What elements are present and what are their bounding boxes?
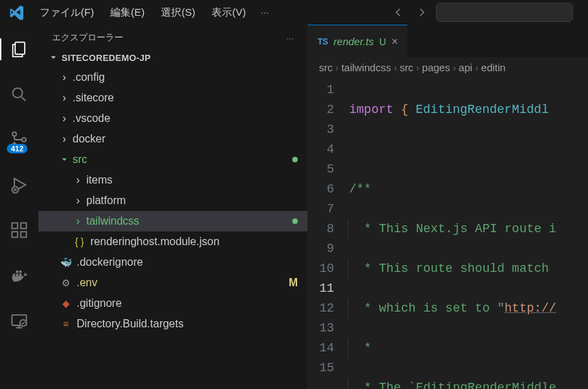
folder-docker[interactable]: ›docker — [38, 129, 307, 149]
close-icon[interactable]: × — [392, 36, 398, 48]
menu-view[interactable]: 表示(V) — [205, 3, 253, 22]
chevron-right-icon: › — [59, 134, 70, 145]
svg-rect-10 — [13, 274, 16, 277]
chevron-right-icon: › — [59, 92, 70, 103]
chevron-down-icon — [59, 154, 70, 165]
folder-platform[interactable]: ›platform — [38, 190, 307, 211]
svg-point-4 — [22, 138, 26, 142]
vscode-logo-icon — [7, 3, 26, 22]
menu-file[interactable]: ファイル(F) — [33, 3, 101, 22]
xml-file-icon: ≡ — [59, 317, 73, 331]
svg-rect-7 — [12, 231, 18, 237]
file-tree: ›.config ›.sitecore ›.vscode ›docker src… — [38, 66, 307, 336]
menu-edit[interactable]: 編集(E) — [103, 3, 151, 22]
svg-rect-11 — [16, 274, 18, 277]
workspace-name: SITECOREDEMO-JP — [62, 53, 151, 63]
code-content: import { EditingRenderMiddl /** * This N… — [346, 77, 588, 389]
nav-forward-icon[interactable] — [413, 3, 431, 21]
title-bar: ファイル(F) 編集(E) 選択(S) 表示(V) ··· — [0, 0, 588, 25]
chevron-right-icon: › — [59, 113, 70, 124]
svg-rect-12 — [19, 274, 22, 277]
json-file-icon: { } — [73, 235, 86, 249]
tab-render-ts[interactable]: TS render.ts U × — [308, 25, 407, 58]
debug-activity-icon[interactable] — [3, 168, 36, 201]
folder-config[interactable]: ›.config — [38, 67, 307, 88]
sidebar-more-icon[interactable]: ··· — [283, 33, 296, 43]
folder-items[interactable]: ›items — [38, 170, 307, 190]
folder-src[interactable]: src — [38, 149, 307, 170]
extensions-activity-icon[interactable] — [3, 214, 36, 247]
search-activity-icon[interactable] — [3, 78, 36, 111]
svg-point-1 — [13, 88, 23, 98]
workspace-header[interactable]: SITECOREDEMO-JP — [38, 49, 307, 66]
chevron-right-icon: › — [59, 72, 70, 83]
folder-vscode[interactable]: ›.vscode — [38, 108, 307, 129]
explorer-activity-icon[interactable] — [3, 33, 36, 66]
explorer-sidebar: エクスプローラー ··· SITECOREDEMO-JP ›.config ›.… — [38, 25, 308, 389]
tab-git-status: U — [379, 36, 386, 47]
menu-more-icon[interactable]: ··· — [255, 4, 274, 21]
scm-badge: 412 — [7, 144, 27, 153]
code-editor[interactable]: 123 456 789 101112 131415 import { Editi… — [308, 77, 588, 389]
svg-rect-13 — [16, 271, 18, 273]
nav-back-icon[interactable] — [389, 3, 407, 21]
breadcrumb[interactable]: src› tailwindcss› src› pages› api› editi… — [308, 58, 588, 77]
chevron-right-icon: › — [73, 216, 84, 227]
chevron-right-icon: › — [73, 175, 84, 186]
git-file-icon: ◆ — [59, 297, 73, 310]
git-status-dot — [292, 218, 298, 224]
svg-rect-8 — [21, 231, 26, 237]
source-control-activity-icon[interactable]: 412 — [3, 123, 36, 156]
command-center-search[interactable] — [436, 3, 573, 22]
file-dockerignore[interactable]: 🐳.dockerignore — [38, 252, 307, 273]
sidebar-title: エクスプローラー — [52, 32, 123, 44]
svg-rect-6 — [12, 223, 18, 229]
svg-rect-0 — [15, 42, 25, 55]
docker-file-icon: 🐳 — [59, 255, 73, 269]
tab-filename: render.ts — [333, 36, 374, 47]
git-status-m: M — [289, 277, 298, 289]
activity-bar: 412 — [0, 25, 38, 389]
menu-selection[interactable]: 選択(S) — [154, 3, 202, 22]
line-gutter: 123 456 789 101112 131415 — [308, 77, 346, 389]
typescript-file-icon: TS — [318, 37, 328, 47]
file-directorybuild[interactable]: ≡Directory.Build.targets — [38, 314, 307, 334]
docker-activity-icon[interactable] — [3, 259, 36, 292]
file-gitignore[interactable]: ◆.gitignore — [38, 293, 307, 314]
chevron-down-icon — [48, 52, 59, 63]
git-status-dot — [292, 157, 298, 162]
editor-tabs: TS render.ts U × — [308, 25, 588, 58]
remote-activity-icon[interactable] — [3, 304, 36, 337]
file-renderinghost[interactable]: { }renderinghost.module.json — [38, 231, 307, 252]
svg-rect-14 — [19, 271, 22, 273]
gear-icon: ⚙ — [59, 276, 73, 290]
folder-sitecore[interactable]: ›.sitecore — [38, 88, 307, 108]
svg-point-2 — [12, 132, 16, 136]
svg-rect-9 — [21, 223, 26, 229]
folder-tailwindcss[interactable]: ›tailwindcss — [38, 211, 307, 231]
chevron-right-icon: › — [73, 195, 84, 206]
file-env[interactable]: ⚙.envM — [38, 273, 307, 293]
editor-pane: TS render.ts U × src› tailwindcss› src› … — [308, 25, 588, 389]
